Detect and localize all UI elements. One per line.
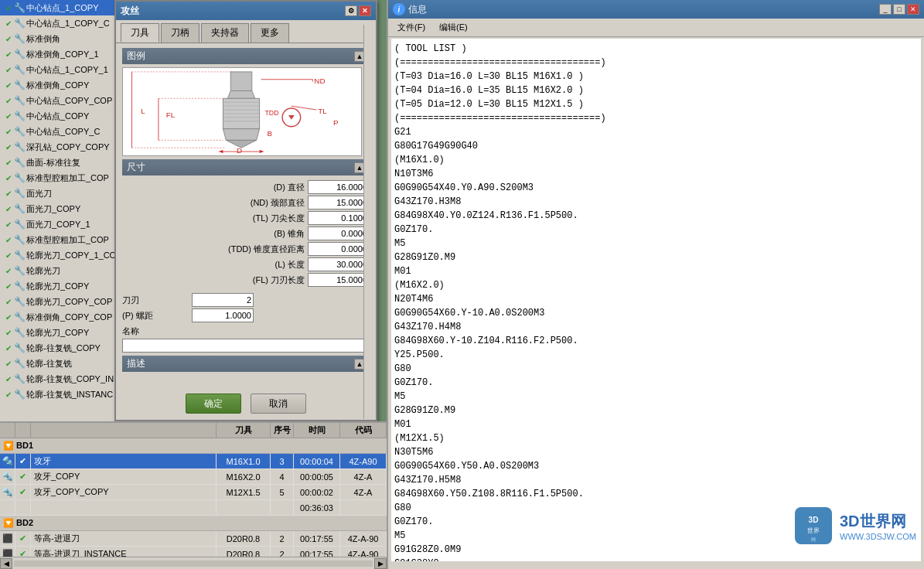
desc-label: 描述 [127, 357, 145, 370]
sidebar-label-8: 中心钻点_COPY_C [26, 126, 100, 138]
info-maximize-btn[interactable]: □ [893, 4, 905, 15]
info-minimize-btn[interactable]: _ [879, 4, 892, 15]
total-code [340, 500, 387, 515]
row-name-1: 攻牙 [31, 454, 217, 468]
sidebar-label-10: 曲面-标准往复 [26, 157, 80, 169]
table-row-gongya-3[interactable]: 🔩 ✔ 攻牙_COPY_COPY M12X1.5 5 00:00:02 4Z-A [0, 485, 387, 500]
sidebar-item-7[interactable]: ✔🔧 中心钻点_COPY [0, 108, 119, 124]
sidebar-item-11[interactable]: ✔🔧 标准型腔粗加工_COP [0, 170, 119, 186]
table-row-gongya-1[interactable]: 🔩 ✔ 攻牙 M16X1.0 3 00:00:04 4Z-A90 [0, 454, 387, 469]
sidebar-label-14: 面光刀_COPY_1 [26, 219, 90, 230]
dialog-buttons: 确定 取消 [116, 394, 376, 414]
sidebar-label-2: 标准倒角 [26, 33, 60, 45]
row-dg-code-1: 4Z-A-90 [340, 531, 387, 546]
svg-marker-2 [227, 90, 254, 98]
svg-text:3D: 3D [809, 516, 819, 524]
tool-diagram: ND TL P TDD B D FL L [122, 67, 362, 156]
sidebar-item-5[interactable]: ✔🔧 标准倒角_COPY [0, 77, 119, 93]
dim-input-TL[interactable] [308, 211, 370, 225]
table-row-gongya-2[interactable]: 🔩 ✔ 攻牙_COPY M16X2.0 4 00:00:05 4Z-A [0, 469, 387, 485]
check-icon-11: ✔ [3, 172, 14, 183]
sidebar-item-14[interactable]: ✔🔧 面光刀_COPY_1 [0, 216, 119, 232]
info-close-btn[interactable]: ✕ [907, 4, 919, 15]
tool-icon-22: 🔧 [14, 342, 25, 353]
tool-icon-11: 🔧 [14, 172, 25, 183]
sidebar-item-22[interactable]: ✔🔧 轮廓-往复铣_COPY [0, 340, 119, 356]
group-bd2-label: 🔽 BD2 [3, 518, 33, 528]
col-code: 代码 [340, 423, 387, 438]
group-bd2: 🔽 BD2 [0, 516, 387, 531]
info-icon: i [393, 3, 405, 15]
row-check-2: ✔ [15, 469, 31, 484]
sidebar-item-9[interactable]: ✔🔧 深孔钻_COPY_COPY [0, 139, 119, 155]
dim-input-FL[interactable] [308, 273, 370, 287]
check-icon-6: ✔ [3, 95, 14, 106]
sidebar-label-5: 标准倒角_COPY [26, 80, 89, 91]
tab-handle[interactable]: 刀柄 [161, 23, 199, 43]
info-content[interactable]: ( TOOL LIST ) (=========================… [391, 39, 921, 561]
sidebar-item-24[interactable]: ✔🔧 轮廓-往复铣_COPY_IN [0, 371, 119, 387]
sidebar-item-19[interactable]: ✔🔧 轮廓光刀_COPY_COP [0, 294, 119, 309]
sidebar-item-25[interactable]: ✔🔧 轮廓-往复铣_INSTANC [0, 387, 119, 402]
sidebar-item-3[interactable]: ✔🔧 标准倒角_COPY_1 [0, 46, 119, 62]
sidebar-item-16[interactable]: ✔🔧 轮廓光刀_COPY_1_CO [0, 247, 119, 263]
tool-icon-7: 🔧 [14, 111, 25, 121]
sidebar-item-4[interactable]: ✔🔧 中心钻点_1_COPY_1 [0, 62, 119, 77]
row-name-2: 攻牙_COPY [31, 469, 217, 484]
sidebar-label-4: 中心钻点_1_COPY_1 [26, 64, 108, 76]
cancel-button[interactable]: 取消 [251, 394, 306, 414]
tab-tool[interactable]: 刀具 [121, 23, 159, 43]
sidebar-item-23[interactable]: ✔🔧 轮廓-往复铣 [0, 356, 119, 371]
info-menu-edit[interactable]: 编辑(E) [433, 20, 474, 35]
tool-dialog: 攻丝 ⚙ ✕ 刀具 刀柄 夹持器 更多 图例 ▲ [114, 0, 377, 421]
tool-icon-24: 🔧 [14, 373, 25, 384]
sidebar-item-18[interactable]: ✔🔧 轮廓光刀_COPY [0, 278, 119, 294]
tool-icon-19: 🔧 [14, 296, 25, 307]
sidebar-item-2[interactable]: ✔🔧 标准倒角 [0, 31, 119, 46]
sidebar-item-20[interactable]: ✔🔧 标准倒角_COPY_COP [0, 309, 119, 325]
info-panel: i 信息 _ □ ✕ 文件(F) 编辑(E) ( TOOL LIST ) (==… [387, 0, 924, 569]
sidebar-item-21[interactable]: ✔🔧 轮廓光刀_COPY [0, 325, 119, 340]
name-input[interactable] [122, 339, 370, 353]
table-row-denggao-1[interactable]: ⬛ ✔ 等高-进退刀 D20R0.8 2 00:17:55 4Z-A-90 [0, 531, 387, 547]
tab-more[interactable]: 更多 [251, 23, 289, 43]
sidebar-item-8[interactable]: ✔🔧 中心钻点_COPY_C [0, 124, 119, 139]
row-check-1: ✔ [15, 454, 31, 468]
check-icon-18: ✔ [3, 281, 14, 291]
tool-icon-2: 🔧 [14, 33, 25, 44]
pitch-input[interactable] [192, 308, 254, 322]
row-time-3: 00:00:02 [294, 485, 340, 499]
confirm-button[interactable]: 确定 [186, 394, 241, 414]
dialog-scrollbar[interactable] [363, 25, 376, 419]
tool-icon-25: 🔧 [14, 389, 25, 400]
row-num-1: 3 [271, 454, 294, 468]
table-hscrollbar[interactable]: ◀ ▶ [0, 557, 387, 569]
sidebar-item-13[interactable]: ✔🔧 面光刀_COPY [0, 201, 119, 216]
dim-input-L[interactable] [308, 257, 370, 271]
check-icon-3: ✔ [3, 49, 14, 60]
dim-input-B[interactable] [308, 227, 370, 240]
settings-button[interactable]: ⚙ [345, 5, 357, 16]
check-icon-14: ✔ [3, 219, 14, 230]
tool-icon-3: 🔧 [14, 49, 25, 60]
check-icon-23: ✔ [3, 358, 14, 369]
check-icon-10: ✔ [3, 157, 14, 168]
sidebar-item-12[interactable]: ✔🔧 面光刀 [0, 186, 119, 201]
tab-holder[interactable]: 夹持器 [201, 23, 249, 43]
dialog-tabs: 刀具 刀柄 夹持器 更多 [116, 20, 376, 43]
dim-input-ND[interactable] [308, 196, 370, 210]
sidebar-item-10[interactable]: ✔🔧 曲面-标准往复 [0, 155, 119, 170]
total-check [15, 500, 31, 515]
row-dg-tool-1: D20R0.8 [217, 531, 271, 546]
close-button[interactable]: ✕ [359, 5, 371, 16]
dim-input-TDD[interactable] [308, 242, 370, 256]
sidebar-item-0[interactable]: ✔🔧 中心钻点_1_COPY [0, 0, 119, 15]
blade-input[interactable] [192, 293, 254, 307]
sidebar-item-6[interactable]: ✔🔧 中心钻点_COPY_COP [0, 93, 119, 108]
dim-input-D[interactable] [308, 180, 370, 194]
sidebar-item-15[interactable]: ✔🔧 标准型腔粗加工_COP [0, 232, 119, 247]
info-menu-file[interactable]: 文件(F) [391, 20, 431, 35]
sidebar-item-1[interactable]: ✔🔧 中心钻点_1_COPY_C [0, 15, 119, 31]
check-icon-7: ✔ [3, 111, 14, 121]
sidebar-item-17[interactable]: ✔🔧 轮廓光刀 [0, 263, 119, 278]
